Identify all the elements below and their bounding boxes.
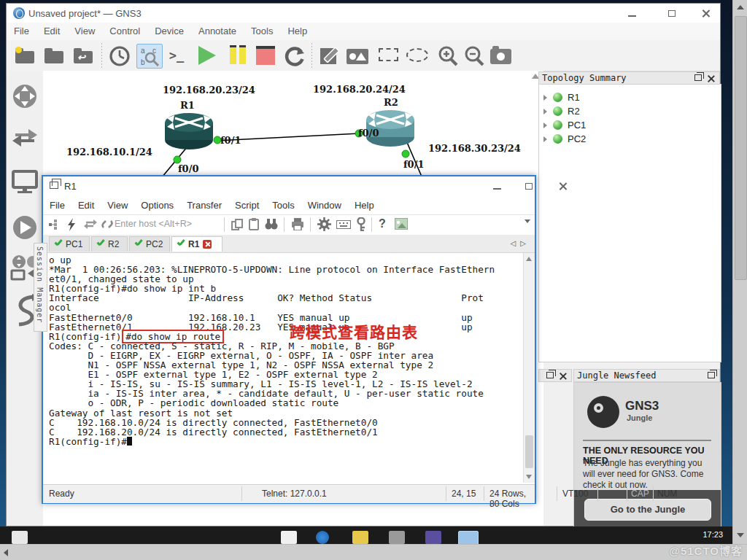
tree-item-r1[interactable]: R1 — [543, 90, 580, 104]
open-project-button[interactable] — [42, 44, 66, 67]
taskbar-app-icon[interactable] — [281, 531, 297, 544]
tmenu-file[interactable]: File — [43, 196, 71, 211]
menu-control[interactable]: Control — [102, 23, 147, 36]
key-icon[interactable] — [357, 217, 365, 231]
scroll-down-icon[interactable] — [737, 533, 744, 537]
console-connect-button[interactable]: >_ — [164, 44, 189, 67]
taskbar-folder-icon[interactable] — [352, 531, 368, 544]
routers-button[interactable] — [10, 82, 39, 112]
zoom-in-button[interactable] — [436, 44, 460, 67]
add-note-button[interactable] — [317, 44, 342, 67]
session-image-icon[interactable] — [395, 218, 408, 230]
host-input[interactable]: Enter host <Alt+R> — [115, 219, 192, 229]
taskbar-clock[interactable]: 17:23 — [703, 530, 723, 539]
float-panel-icon[interactable] — [694, 74, 702, 81]
reconnect-icon[interactable] — [84, 219, 97, 230]
tmenu-tools[interactable]: Tools — [266, 196, 301, 211]
toolbar-overflow-icon[interactable] — [525, 219, 530, 223]
tmenu-help[interactable]: Help — [348, 196, 381, 211]
snapshot-manager-button[interactable]: a c b — [136, 44, 163, 69]
taskbar-app-icon[interactable] — [425, 531, 441, 544]
tab-scroll-arrows[interactable]: ◁▷ — [511, 239, 530, 247]
chevron-right-icon[interactable] — [543, 122, 547, 128]
draw-rectangle-button[interactable] — [376, 44, 400, 67]
new-project-button[interactable] — [12, 44, 37, 67]
tree-item-pc2[interactable]: PC2 — [543, 132, 586, 146]
tmenu-view[interactable]: View — [101, 196, 134, 211]
tmenu-edit[interactable]: Edit — [71, 196, 101, 211]
tmenu-options[interactable]: Options — [134, 196, 180, 211]
close-panel-icon[interactable] — [707, 74, 715, 82]
tmenu-script[interactable]: Script — [228, 196, 266, 211]
save-project-button[interactable]: ↩ — [71, 44, 96, 67]
insert-image-button[interactable] — [345, 44, 370, 67]
terminal-maximize-button[interactable] — [519, 179, 541, 192]
scrollbar-thumb[interactable] — [735, 16, 747, 280]
screenshot-button[interactable] — [488, 44, 513, 67]
switches-button[interactable] — [10, 126, 39, 155]
minimize-button[interactable] — [622, 7, 643, 20]
terminal-scrollbar[interactable] — [523, 253, 535, 483]
menu-file[interactable]: File — [7, 23, 36, 36]
go-to-jungle-button[interactable]: Go to the Jungle — [584, 499, 711, 521]
menu-help[interactable]: Help — [280, 23, 314, 36]
menu-edit[interactable]: Edit — [36, 23, 67, 36]
draw-ellipse-button[interactable] — [405, 44, 430, 67]
scroll-left-icon[interactable] — [4, 549, 8, 556]
tree-item-pc1[interactable]: PC1 — [543, 118, 586, 132]
tab-close-icon[interactable] — [203, 240, 212, 249]
options-gear-icon[interactable] — [317, 217, 331, 231]
keyboard-icon[interactable] — [336, 220, 351, 229]
taskbar-start-icon[interactable] — [12, 531, 28, 544]
viewer-vertical-scrollbar[interactable] — [732, 0, 747, 544]
float-panel-icon[interactable] — [708, 372, 715, 378]
start-button[interactable] — [195, 44, 220, 67]
print-icon[interactable] — [291, 218, 304, 230]
float-panel-icon[interactable] — [546, 372, 554, 378]
tree-item-r2[interactable]: R2 — [543, 104, 580, 118]
terminal-minimize-button[interactable] — [487, 179, 508, 192]
taskbar-gns3-active-icon[interactable] — [458, 531, 479, 545]
chevron-right-icon[interactable] — [543, 109, 547, 114]
find-binoculars-icon[interactable] — [265, 218, 278, 230]
menu-annotate[interactable]: Annotate — [191, 23, 244, 36]
tab-pc2[interactable]: PC2 — [129, 236, 170, 252]
copy-icon[interactable] — [231, 219, 243, 230]
show-clock-button[interactable] — [107, 44, 132, 67]
stop-button[interactable] — [253, 44, 278, 67]
menu-tools[interactable]: Tools — [244, 23, 280, 36]
scroll-down-icon[interactable] — [526, 475, 532, 479]
help-icon[interactable]: ? — [379, 217, 386, 230]
menu-device[interactable]: Device — [147, 23, 191, 36]
chevron-right-icon[interactable] — [543, 136, 547, 142]
tab-pc1[interactable]: PC1 — [49, 236, 90, 252]
suspend-button[interactable] — [225, 44, 250, 67]
tab-r1-active[interactable]: R1 — [171, 236, 222, 252]
scroll-up-icon[interactable] — [526, 257, 532, 261]
chevron-right-icon[interactable] — [543, 95, 547, 101]
viewer-horizontal-scrollbar[interactable] — [0, 544, 747, 560]
quick-connect-icon[interactable] — [66, 218, 77, 231]
taskbar-app-icon[interactable] — [389, 531, 405, 544]
zoom-out-button[interactable] — [462, 44, 487, 67]
tmenu-window[interactable]: Window — [301, 196, 348, 211]
terminal-close-button[interactable] — [552, 179, 574, 192]
menu-view[interactable]: View — [67, 23, 102, 36]
end-devices-button[interactable] — [10, 170, 39, 199]
security-devices-button[interactable] — [10, 214, 39, 243]
reload-button[interactable] — [282, 44, 307, 67]
scroll-up-icon[interactable] — [737, 5, 744, 9]
close-panel-icon[interactable] — [559, 372, 567, 380]
paste-icon[interactable] — [249, 218, 259, 230]
close-button[interactable] — [695, 7, 717, 20]
scrollbar-thumb[interactable] — [525, 435, 533, 468]
terminal-screen[interactable]: o up *Mar 1 00:26:56.203: %LINEPROTO-5-U… — [44, 253, 523, 483]
tab-r2[interactable]: R2 — [91, 236, 128, 252]
router-r1-node[interactable] — [163, 112, 215, 151]
session-manager-icon[interactable] — [49, 219, 61, 230]
maximize-button[interactable] — [662, 7, 684, 20]
session-manager-tab[interactable]: Session Manager — [34, 243, 47, 332]
tmenu-transfer[interactable]: Transfer — [180, 196, 228, 211]
taskbar-browser-icon[interactable] — [316, 531, 329, 544]
disconnect-icon[interactable] — [101, 219, 113, 230]
